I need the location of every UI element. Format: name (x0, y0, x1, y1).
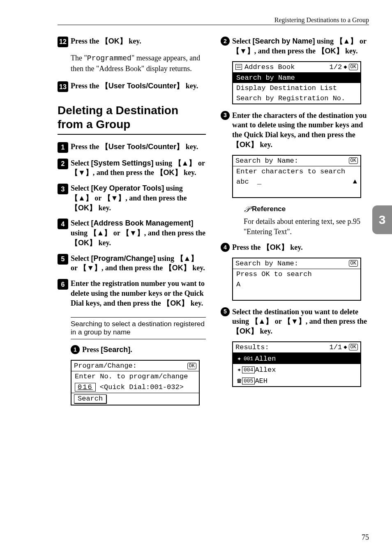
t: or (196, 159, 205, 167)
result-name: Allen (255, 355, 276, 363)
t: key. (184, 82, 198, 90)
t: using (315, 37, 336, 45)
lcd-address-book: Address Book 1/2 ◆ OK Search by Name Dis… (232, 61, 361, 104)
lcd-search-confirm: Search by Name: OK Press OK to search A (232, 258, 361, 301)
result-name: AEH (255, 377, 267, 385)
substep-4-text: Press the 【OK】 key. (232, 243, 369, 253)
lcd-input-value: 016 (75, 383, 96, 391)
step-5-text: Select [Program/Change] using 【▲】 or 【▼】… (71, 254, 206, 274)
step-number-4: 4 (58, 219, 68, 229)
step-number-6: 6 (58, 279, 68, 290)
t: key. (182, 168, 196, 177)
section-rule (58, 134, 206, 135)
step-4-text: Select [Address Book Management] using 【… (71, 219, 206, 248)
t: key. (127, 37, 141, 45)
lcd-header: Results: 1/1 ◆ OK (233, 342, 360, 353)
key-ok: OK (170, 299, 181, 307)
lcd-input-row: abc _ ▲ (233, 177, 360, 187)
step-3: 3 Select [Key Operator Tools] using 【▲】 … (58, 184, 206, 213)
lcd-row[interactable]: Display Destination List (233, 83, 360, 93)
person-icon: ✦ (236, 365, 242, 374)
lcd-page: 1/1 (330, 343, 342, 351)
t: using (164, 184, 183, 192)
substep-1-text: Press [Search]. (82, 345, 206, 355)
substep-number-2: 2 (221, 37, 230, 46)
key-up: ▲ (97, 229, 104, 237)
t: . (130, 345, 132, 354)
t: using (154, 159, 174, 167)
key-ok: OK (325, 47, 336, 55)
list-icon (235, 64, 242, 70)
lcd-quickdial-hint: <Quick Dial:001-032> (100, 383, 184, 391)
lcd-result-row[interactable]: ☎005AEH (233, 375, 360, 386)
label: [Program/Change] (91, 254, 155, 263)
t: Select (232, 37, 252, 45)
substep-5-text: Select the destination you want to delet… (232, 307, 369, 336)
t: Select (71, 219, 91, 227)
key-up: ▲ (182, 159, 189, 167)
t: , and then press (144, 229, 196, 237)
step-number-1: 1 (58, 142, 68, 153)
t: Select (71, 184, 91, 192)
key-down: ▼ (78, 168, 85, 177)
lcd-page: 1/2 (330, 63, 342, 71)
result-id: 005 (242, 378, 255, 385)
step-number-3: 3 (58, 184, 68, 194)
lcd-row-selected[interactable]: Search by Name (233, 73, 360, 83)
lcd-ok-indicator: OK (349, 260, 358, 267)
lcd-result-row[interactable]: ✦004Allex (233, 364, 360, 375)
label: [Search by Name] (252, 37, 315, 45)
lcd-ok-indicator: OK (349, 64, 358, 70)
lcd-blank-row (233, 290, 360, 300)
t: Press the (232, 243, 263, 251)
lcd-program-change: Program/Change: OK Enter No. to program/… (71, 360, 200, 405)
lcd-line-2: Press OK to search (233, 269, 360, 279)
lcd-result-row-selected[interactable]: ✦001Allen (233, 353, 360, 364)
step-number-13: 13 (58, 81, 68, 92)
t: key. (97, 239, 111, 247)
substep-2: 2 Select [Search by Name] using 【▲】 or 【… (221, 37, 369, 56)
step-13: 13 Press the 【User Tools/Counter】 key. (58, 81, 206, 92)
step-number-5: 5 (58, 254, 68, 265)
running-head: Registering Destinations to a Group (58, 16, 369, 24)
key-up: ▲ (258, 317, 266, 325)
t: using (71, 229, 90, 237)
section-heading: Deleting a Destination from a Group (58, 104, 206, 131)
key-down: ▼ (87, 264, 94, 272)
step-1: 1 Press the 【User Tools/Counter】 key. (58, 142, 206, 153)
step-3-text: Select [Key Operator Tools] using 【▲】 or… (71, 184, 206, 213)
step-number-12: 12 (58, 37, 68, 47)
t: or (357, 37, 366, 45)
label: [Address Book Management] (91, 219, 193, 227)
page: Registering Destinations to a Group 3 12… (0, 0, 392, 555)
lcd-footer: Search (71, 393, 199, 405)
label: [Key Operator Tools] (91, 184, 164, 192)
lcd-row[interactable]: Search by Registration No. (233, 93, 360, 104)
key-down: ▼ (240, 47, 247, 55)
lcd-cursor[interactable]: _ (257, 178, 261, 186)
t: using (156, 254, 176, 263)
t: key. (344, 47, 358, 55)
lcd-value: A (233, 279, 360, 290)
t: key. (184, 143, 198, 151)
lcd-search-button[interactable]: Search (74, 394, 106, 403)
up-arrow-icon: ▲ (353, 178, 357, 186)
lcd-ok-indicator: OK (187, 363, 196, 369)
lcd-ok-indicator: OK (349, 157, 358, 164)
t: key. (97, 204, 111, 212)
result-id: 004 (242, 366, 255, 373)
t: , and then press the (93, 168, 156, 177)
step-6-text: Enter the registration number you want t… (71, 279, 206, 308)
t: the (196, 229, 205, 237)
t: key. (189, 299, 203, 307)
t: , and then press the (101, 264, 165, 272)
key-usertools: User Tools/Counter (108, 82, 177, 90)
step-5: 5 Select [Program/Change] using 【▲】 or 【… (58, 254, 206, 274)
t: , and then press the (306, 317, 367, 325)
substep-1: 1 Press [Search]. (71, 345, 206, 355)
left-column: 12 Press the 【OK】 key. The "Programmed" … (58, 37, 206, 412)
reference-body: For details about entering text, see p.9… (244, 216, 369, 237)
lcd-line-2: Enter No. to program/change (71, 371, 199, 382)
lcd-ok-indicator: OK (349, 344, 358, 350)
key-ok: OK (78, 204, 89, 212)
